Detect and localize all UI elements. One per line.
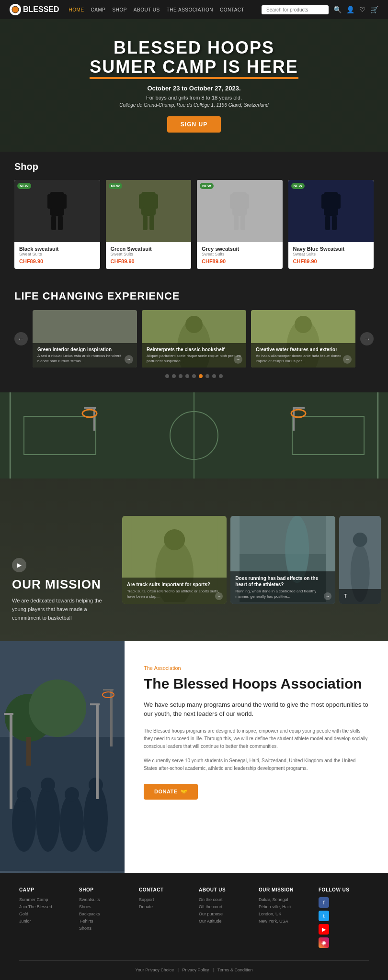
main-nav: HOME CAMP SHOP ABOUT US THE ASSOCIATION …: [69, 7, 262, 12]
mission-card-2[interactable]: Does running has bad effects on the hear…: [230, 516, 335, 604]
mission-card-3[interactable]: T: [339, 516, 381, 604]
footer-link-support[interactable]: Support: [139, 897, 189, 902]
search-input[interactable]: [262, 5, 329, 14]
dot-1[interactable]: [165, 374, 169, 378]
signup-button[interactable]: SIGN UP: [167, 116, 221, 133]
carousel-desc-3: Ac haca ullamcorper donec ante hata tesu…: [256, 354, 351, 364]
instagram-icon[interactable]: ◉: [319, 937, 329, 948]
carousel-body-3: Creative water features and exterior Ac …: [251, 343, 355, 368]
dot-3[interactable]: [179, 374, 183, 378]
carousel-desc-1: A sed a niuuat luctus esta arisb rhoncus…: [37, 354, 132, 364]
nav-about[interactable]: ABOUT US: [134, 7, 160, 12]
site-logo[interactable]: BLESSED: [10, 4, 59, 15]
mission-desc: We are deditcated towards helping the yo…: [12, 597, 108, 622]
footer-link-our-purpose[interactable]: Our purpose: [199, 912, 249, 916]
footer-link-summer-camp[interactable]: Summer Camp: [19, 897, 69, 902]
donate-button[interactable]: DONATE 🤝: [144, 784, 198, 800]
account-icon[interactable]: 👤: [346, 6, 354, 13]
footer-link-shoes[interactable]: Shoes: [79, 904, 129, 909]
footer-link-tshirts[interactable]: T-shirts: [79, 919, 129, 924]
dot-5[interactable]: [192, 374, 196, 378]
footer-link-haiti[interactable]: Pétion-ville, Haiti: [259, 904, 309, 909]
carousel-card-3[interactable]: Creative water features and exterior Ac …: [251, 310, 355, 368]
youtube-icon[interactable]: ▶: [319, 924, 329, 935]
mission-play-button[interactable]: ▶: [12, 558, 26, 572]
crowd-image: [0, 641, 125, 873]
dot-2[interactable]: [172, 374, 176, 378]
footer-link-senegal[interactable]: Dakar, Senegal: [259, 897, 309, 902]
wishlist-icon[interactable]: ♡: [359, 6, 365, 13]
footer-privacy-choice[interactable]: Your Privacy Choice: [136, 968, 174, 972]
product-image-1: NEW: [14, 180, 100, 242]
carousel-card-2[interactable]: Reinterprets the classic bookshelf Aliqu…: [142, 310, 246, 368]
footer-link-gold[interactable]: Gold: [19, 912, 69, 916]
footer-link-junior[interactable]: Junior: [19, 919, 69, 924]
product-card-1[interactable]: NEW Black sweatsuit Sweat Suits CHF89.90: [14, 180, 100, 269]
svg-point-48: [353, 533, 367, 547]
svg-rect-14: [234, 216, 239, 230]
svg-rect-8: [153, 194, 158, 209]
svg-point-42: [164, 529, 185, 550]
nav-home[interactable]: HOME: [69, 7, 84, 12]
mission-card-1[interactable]: Are track suits important for sports? Tr…: [122, 516, 227, 604]
carousel-body-2: Reinterprets the classic bookshelf Aliqu…: [142, 343, 246, 368]
svg-rect-3: [62, 194, 67, 209]
dot-9[interactable]: [219, 374, 223, 378]
footer-link-sweatsuits[interactable]: Sweatsuits: [79, 897, 129, 902]
product-card-4[interactable]: NEW Navy Blue Sweatsuit Sweat Suits CHF8…: [288, 180, 374, 269]
product-card-3[interactable]: NEW Grey sweatsuit Sweat Suits CHF89.90: [197, 180, 283, 269]
shop-grid: NEW Black sweatsuit Sweat Suits CHF89.90…: [14, 180, 374, 269]
footer-link-shorts[interactable]: Shorts: [79, 926, 129, 931]
footer-link-london[interactable]: London, UK: [259, 912, 309, 916]
mission-card-desc-1: Track suits, often referred to as athlet…: [127, 589, 222, 599]
footer-terms[interactable]: Terms & Condition: [217, 968, 253, 972]
product-name-2: Green Sweatsuit: [111, 246, 187, 252]
product-type-1: Sweat Suits: [19, 252, 95, 256]
carousel-title-2: Reinterprets the classic bookshelf: [147, 347, 241, 352]
mission-link-2[interactable]: →: [324, 592, 331, 600]
footer-link-join[interactable]: Join The Blessed: [19, 904, 69, 909]
nav-camp[interactable]: CAMP: [91, 7, 106, 12]
footer-shop-heading: SHOP: [79, 887, 129, 892]
twitter-icon[interactable]: t: [319, 911, 329, 921]
product-image-3: NEW: [197, 180, 283, 242]
svg-rect-15: [240, 216, 245, 230]
association-tagline: We have setup many programs around the w…: [144, 700, 369, 719]
svg-rect-9: [143, 216, 148, 230]
nav-contact[interactable]: CONTACT: [220, 7, 244, 12]
svg-point-56: [36, 785, 60, 852]
footer-link-off-court[interactable]: Off the court: [199, 904, 249, 909]
hero-content: BLESSED HOOPS SUMER CAMP IS HERE October…: [90, 38, 298, 133]
footer-link-on-court[interactable]: On the court: [199, 897, 249, 902]
footer-link-our-attitude[interactable]: Our Attitude: [199, 919, 249, 924]
mission-title: OUR MISSION: [12, 577, 108, 592]
footer-link-donate[interactable]: Donate: [139, 904, 189, 909]
hero-sub: For boys and girls from 8 to 18 years ol…: [90, 95, 298, 100]
cart-icon[interactable]: 🛒: [370, 6, 378, 13]
footer-privacy-policy[interactable]: Privacy Policy: [183, 968, 209, 972]
product-price-4: CHF89.90: [293, 258, 369, 264]
nav-shop[interactable]: SHOP: [112, 7, 126, 12]
footer-grid: CAMP Summer Camp Join The Blessed Gold J…: [19, 887, 369, 960]
footer-link-ny[interactable]: New York, USA: [259, 919, 309, 924]
nav-association[interactable]: THE ASSOCIATION: [167, 7, 213, 12]
association-section: The Association The Blessed Hoops Associ…: [0, 641, 388, 873]
product-name-4: Navy Blue Sweatsuit: [293, 246, 369, 252]
association-label: The Association: [144, 665, 369, 671]
carousel-next[interactable]: →: [360, 332, 374, 345]
dot-6[interactable]: [199, 374, 203, 378]
carousel-prev[interactable]: ←: [14, 332, 28, 345]
product-card-2[interactable]: NEW Green Sweatsuit Sweat Suits CHF89.90: [106, 180, 192, 269]
shop-section: Shop NEW Black sweatsuit Sweat Suits CHF…: [0, 152, 388, 278]
facebook-icon[interactable]: f: [319, 897, 329, 908]
carousel-card-1[interactable]: Green interior design inspiration A sed …: [33, 310, 137, 368]
svg-point-26: [295, 316, 312, 333]
product-image-2: NEW: [106, 180, 192, 242]
carousel-desc-2: Aliquet parturient scele risque scele ri…: [147, 354, 241, 364]
dot-8[interactable]: [212, 374, 216, 378]
dot-4[interactable]: [185, 374, 189, 378]
dot-7[interactable]: [205, 374, 209, 378]
mission-section: ▶ OUR MISSION We are deditcated towards …: [0, 479, 388, 641]
footer-link-backpacks[interactable]: Backpacks: [79, 912, 129, 916]
search-icon[interactable]: 🔍: [333, 6, 342, 13]
